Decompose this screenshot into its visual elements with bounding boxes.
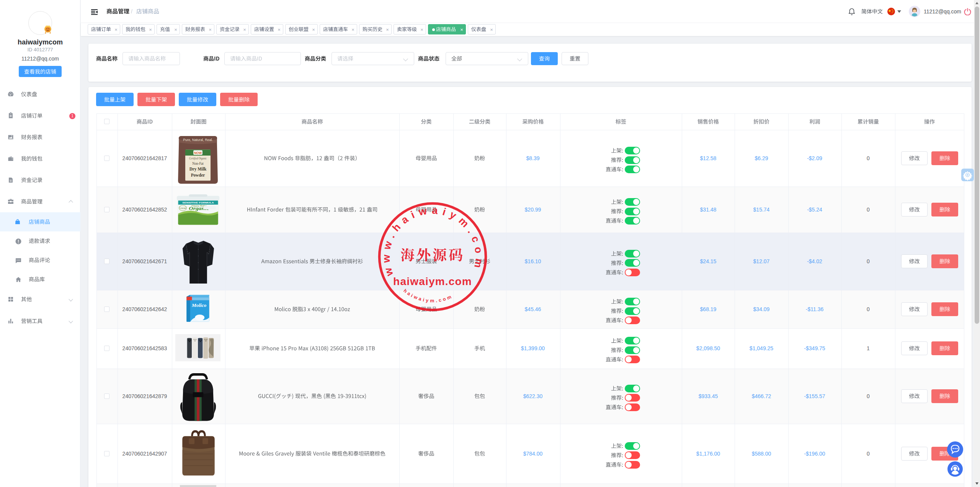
svg-text:Pure, Natural, Real.: Pure, Natural, Real. [183,138,213,142]
svg-text:SENSITIVE FORMULA: SENSITIVE FORMULA [182,202,214,204]
svg-text:USDA: USDA [180,208,186,209]
svg-text:Molico: Molico [191,302,207,308]
svg-text:Powder: Powder [191,172,205,178]
svg-text:Non-Fat: Non-Fat [192,161,204,166]
svg-text:Certified Organic: Certified Organic [189,157,207,160]
svg-text:Dry Milk: Dry Milk [189,166,207,172]
svg-text:NOW: NOW [194,151,202,155]
